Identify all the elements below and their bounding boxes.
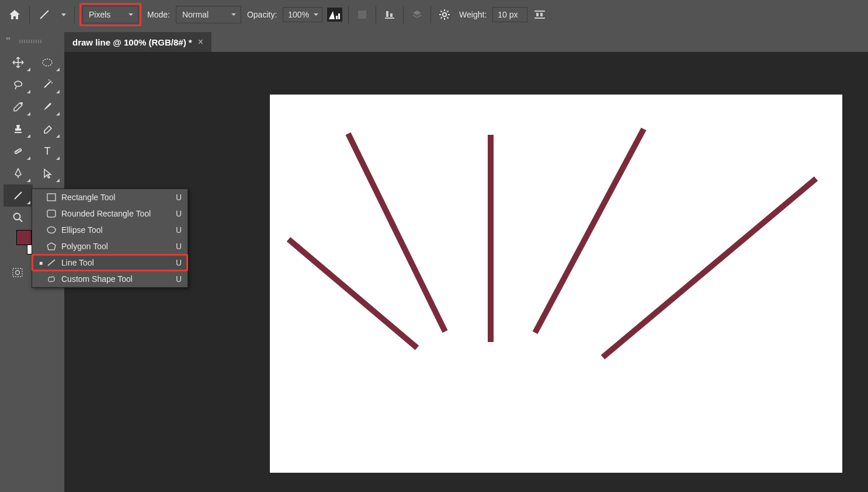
shape-tool[interactable] [4,184,33,207]
flyout-item-line[interactable]: ■ Line Tool U [32,254,188,271]
svg-rect-2 [336,16,338,19]
svg-line-24 [535,129,644,333]
shape-mode-value: Pixels [89,10,110,19]
move-tool[interactable] [4,51,33,74]
svg-point-38 [19,150,20,151]
flyout-shortcut: U [176,193,182,202]
zoom-tool[interactable] [4,207,33,229]
align-icon[interactable] [381,6,398,23]
svg-marker-51 [47,243,55,250]
flyout-item-polygon[interactable]: Polygon Tool U [32,238,188,254]
svg-rect-44 [13,268,22,277]
svg-point-8 [443,13,446,16]
eyedropper-tool[interactable] [4,96,33,118]
antialias-icon[interactable] [326,6,343,23]
shape-tool-flyout: Rectangle Tool U Rounded Rectangle Tool … [32,189,188,288]
marquee-tool[interactable] [33,51,62,74]
svg-point-37 [18,151,19,152]
rounded-rectangle-icon [44,210,59,218]
svg-line-29 [44,82,50,88]
line-tool-icon[interactable] [34,5,54,25]
document-tab[interactable]: draw line @ 100% (RGB/8#) * × [64,32,211,52]
svg-point-50 [47,227,55,233]
foreground-color-swatch[interactable] [16,230,32,245]
svg-line-15 [441,17,442,18]
magic-wand-tool[interactable] [33,74,62,96]
healing-brush-tool[interactable] [4,140,33,162]
panel-collapse-handle[interactable]: ‹‹ [0,33,16,43]
svg-point-32 [51,82,53,83]
close-tab-icon[interactable]: × [198,37,203,47]
document-tab-title: draw line @ 100% (RGB/8#) * [72,37,192,47]
svg-point-45 [16,271,20,275]
svg-line-16 [447,11,448,12]
tool-preset-dropdown[interactable] [58,5,70,25]
svg-line-0 [40,11,48,19]
align-edges-icon[interactable] [531,6,548,23]
svg-text:T: T [44,145,51,157]
options-bar: Pixels Mode: Normal Opacity: 100% Weight… [0,0,868,29]
svg-rect-1 [327,8,342,22]
svg-rect-34 [15,132,22,133]
shape-mode-highlight: Pixels [79,3,141,26]
opacity-label: Opacity: [245,10,279,19]
svg-line-52 [48,260,55,266]
blend-mode-value: Normal [182,10,209,19]
eraser-tool[interactable] [33,118,62,140]
lasso-tool[interactable] [4,74,33,96]
svg-rect-49 [47,210,55,217]
svg-point-42 [14,214,20,220]
svg-point-30 [50,81,51,82]
weight-value: 10 px [498,10,518,19]
svg-rect-7 [390,13,393,17]
svg-line-14 [447,17,448,18]
blend-mode-dropdown[interactable]: Normal [176,6,241,23]
svg-rect-6 [386,11,388,17]
home-button[interactable] [5,5,25,25]
canvas[interactable] [270,95,842,473]
divider [403,6,404,23]
quick-mask-icon[interactable] [12,267,23,278]
flyout-item-rectangle[interactable]: Rectangle Tool U [32,189,188,205]
svg-point-28 [43,59,52,66]
custom-shape-icon [44,275,59,283]
svg-line-43 [20,219,23,222]
flyout-item-rounded-rectangle[interactable]: Rounded Rectangle Tool U [32,205,188,222]
pen-tool[interactable] [4,162,33,184]
divider [430,6,431,23]
svg-line-21 [289,239,417,348]
svg-point-31 [48,79,50,81]
rectangle-icon [44,193,59,201]
opacity-value: 100% [288,10,309,19]
line-icon [44,259,59,267]
svg-point-33 [20,102,23,104]
svg-line-41 [15,192,22,199]
weight-input[interactable]: 10 px [492,7,527,22]
svg-rect-20 [540,13,543,16]
svg-rect-19 [536,13,539,16]
svg-rect-48 [47,194,55,201]
divider [74,6,75,23]
svg-point-36 [16,151,17,152]
path-operations-icon[interactable] [353,6,371,23]
svg-line-25 [603,179,816,357]
shape-mode-dropdown[interactable]: Pixels [82,6,138,23]
svg-line-13 [441,11,442,12]
gear-icon[interactable] [436,6,453,23]
svg-rect-3 [338,13,340,19]
mode-label: Mode: [145,10,172,19]
type-tool[interactable]: T [33,140,62,162]
brush-tool[interactable] [33,96,62,118]
selected-indicator: ■ [38,260,44,266]
flyout-item-custom-shape[interactable]: Custom Shape Tool U [32,271,188,287]
opacity-input[interactable]: 100% [283,7,322,22]
flyout-item-ellipse[interactable]: Ellipse Tool U [32,222,188,238]
ellipse-icon [44,226,59,234]
weight-label: Weight: [457,10,489,19]
flyout-label: Rectangle Tool [59,193,176,202]
panel-grip[interactable] [18,40,44,46]
arrange-icon[interactable] [408,6,426,23]
svg-rect-4 [358,11,366,19]
path-selection-tool[interactable] [33,162,62,184]
stamp-tool[interactable] [4,118,33,140]
